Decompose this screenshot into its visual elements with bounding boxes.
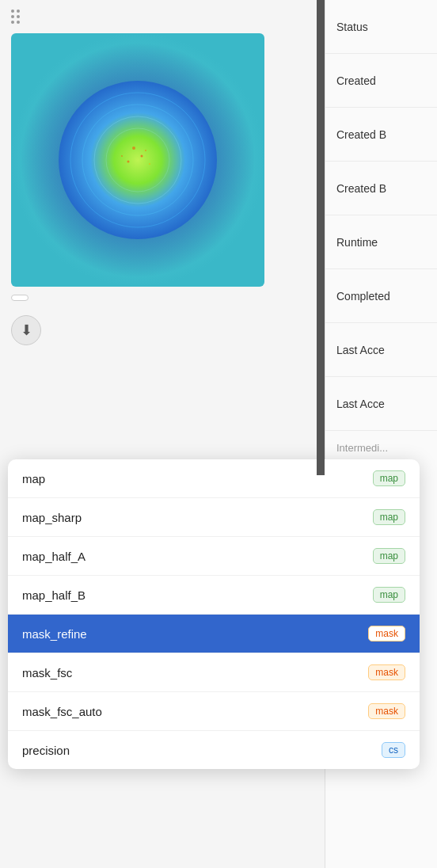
dropdown-item[interactable]: precisioncs	[8, 731, 420, 769]
right-panel-row: Created	[325, 54, 437, 108]
item-name: map_sharp	[22, 511, 82, 524]
svg-point-4	[141, 155, 143, 158]
main-container: ⬇ mapmapmap_sharpmapmap_half_Amapmap_hal…	[0, 0, 437, 868]
item-tag: cs	[382, 742, 405, 758]
right-panel-row: Runtime	[325, 215, 437, 269]
item-name: map_half_A	[22, 550, 86, 563]
right-row-label: Runtime	[336, 236, 378, 249]
right-panel-row: Created B	[325, 162, 437, 215]
left-panel: ⬇ mapmapmap_sharpmapmap_half_Amapmap_hal…	[0, 0, 325, 868]
item-name: map	[22, 472, 45, 485]
right-panel-row: Created B	[325, 108, 437, 162]
dropdown-item[interactable]: map_sharpmap	[8, 498, 420, 537]
volume-image-container	[11, 33, 264, 287]
svg-point-3	[132, 147, 135, 150]
item-tag: mask	[368, 664, 405, 680]
item-name: mask_fsc	[22, 666, 72, 680]
right-panel-row: Status	[325, 0, 437, 54]
svg-point-6	[127, 161, 130, 163]
svg-point-8	[121, 155, 123, 157]
item-tag: mask	[368, 703, 405, 719]
dropdown-item[interactable]: mapmap	[8, 459, 420, 498]
right-row-label: Created B	[336, 128, 386, 141]
item-tag: map	[373, 587, 405, 603]
item-name: map_half_B	[22, 588, 86, 602]
item-tag: map	[373, 470, 405, 486]
dropdown-item[interactable]: map_half_Amap	[8, 537, 420, 576]
download-button[interactable]: ⬇	[11, 315, 41, 345]
right-panel-row: Last Acce	[325, 377, 437, 431]
dropdown-item[interactable]: mask_fsc_automask	[8, 692, 420, 731]
dropdown-popup: mapmapmap_sharpmapmap_half_Amapmap_half_…	[8, 459, 420, 769]
item-tag: mask	[368, 626, 405, 641]
volume-image	[11, 33, 264, 287]
svg-point-7	[149, 163, 150, 165]
right-row-label: Created	[336, 74, 376, 87]
right-row-label: Status	[336, 21, 368, 33]
drag-handle[interactable]	[11, 10, 20, 24]
item-name: mask_fsc_auto	[22, 705, 102, 718]
right-panel-row: Completed	[325, 269, 437, 323]
dropdown-item[interactable]: mask_fscmask	[8, 653, 420, 692]
right-row-label: Completed	[336, 290, 390, 303]
right-row-label: Last Acce	[336, 344, 385, 356]
volume-count	[0, 304, 325, 312]
download-icon: ⬇	[21, 322, 32, 339]
item-name: mask_refine	[22, 627, 87, 641]
item-tag: map	[373, 548, 405, 564]
dropdown-item[interactable]: mask_refinemask	[8, 615, 420, 653]
panel-header	[0, 0, 325, 33]
svg-point-5	[145, 150, 146, 151]
right-row-label: Created B	[336, 182, 386, 195]
right-row-label: Last Acce	[336, 398, 385, 410]
item-name: precision	[22, 744, 70, 757]
dropdown-item[interactable]: map_half_Bmap	[8, 576, 420, 615]
volume-badge	[11, 295, 28, 301]
separator-bar	[317, 0, 325, 475]
badge-row	[0, 287, 325, 304]
right-panel-row: Last Acce	[325, 323, 437, 377]
item-tag: map	[373, 509, 405, 525]
